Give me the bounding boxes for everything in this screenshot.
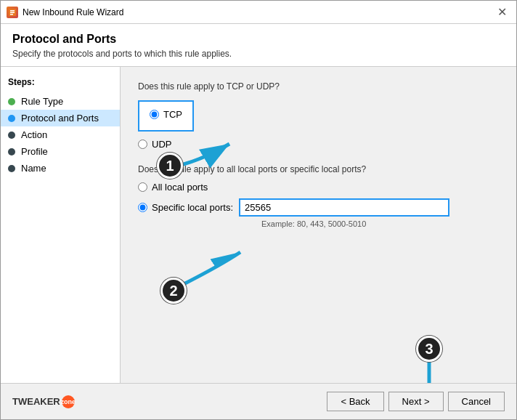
dot-profile bbox=[8, 148, 15, 156]
sidebar-item-protocol[interactable]: Protocol and Ports bbox=[1, 110, 120, 126]
next-button[interactable]: Next > bbox=[388, 392, 444, 411]
footer: TWEAKER zone < Back Next > Cancel bbox=[1, 383, 516, 419]
udp-label[interactable]: UDP bbox=[152, 139, 171, 150]
arrow-3-annotation: 3 bbox=[407, 350, 451, 383]
arrow-3-svg bbox=[407, 350, 451, 383]
title-bar: New Inbound Rule Wizard ✕ bbox=[1, 1, 516, 24]
tcp-radio[interactable] bbox=[150, 110, 159, 119]
footer-buttons: < Back Next > Cancel bbox=[327, 392, 505, 411]
sidebar-item-profile[interactable]: Profile bbox=[1, 143, 120, 160]
tcp-label[interactable]: TCP bbox=[163, 109, 182, 120]
footer-logo: TWEAKER zone bbox=[12, 395, 75, 408]
sidebar-label-action: Action bbox=[21, 129, 47, 140]
window-icon bbox=[7, 7, 18, 18]
tcp-option-box: TCP bbox=[138, 100, 194, 132]
protocol-question: Does this rule apply to TCP or UDP? bbox=[138, 81, 499, 92]
page-header: Protocol and Ports Specify the protocols… bbox=[1, 24, 516, 67]
ports-question: Does this rule apply to all local ports … bbox=[138, 164, 499, 174]
dot-name bbox=[8, 165, 15, 172]
dot-protocol bbox=[8, 115, 15, 122]
tcp-radio-option[interactable]: TCP bbox=[150, 109, 182, 120]
ports-section: Does this rule apply to all local ports … bbox=[138, 164, 499, 228]
all-ports-label[interactable]: All local ports bbox=[152, 182, 208, 193]
circle-3: 3 bbox=[416, 336, 442, 362]
sidebar-item-rule-type[interactable]: Rule Type bbox=[1, 93, 120, 110]
page-title: Protocol and Ports bbox=[12, 33, 505, 46]
sidebar-label-rule-type: Rule Type bbox=[21, 96, 63, 107]
back-button[interactable]: < Back bbox=[327, 392, 383, 411]
window-title: New Inbound Rule Wizard bbox=[23, 7, 493, 17]
circle-2: 2 bbox=[160, 278, 187, 304]
logo-badge: zone bbox=[62, 395, 75, 408]
wizard-window: New Inbound Rule Wizard ✕ Protocol and P… bbox=[0, 0, 517, 420]
specific-ports-label[interactable]: Specific local ports: bbox=[152, 202, 233, 213]
specific-ports-radio[interactable] bbox=[138, 203, 147, 212]
arrow-2-annotation: 2 bbox=[160, 238, 248, 298]
svg-rect-2 bbox=[10, 12, 15, 13]
port-example: Example: 80, 443, 5000-5010 bbox=[261, 219, 499, 228]
sidebar-label-profile: Profile bbox=[21, 146, 48, 157]
dot-action bbox=[8, 132, 15, 139]
sidebar-label-protocol: Protocol and Ports bbox=[21, 113, 99, 124]
sidebar-item-action[interactable]: Action bbox=[1, 126, 120, 143]
sidebar-item-name[interactable]: Name bbox=[1, 160, 120, 177]
port-input-field[interactable] bbox=[239, 198, 449, 217]
page-subtitle: Specify the protocols and ports to which… bbox=[12, 49, 505, 59]
sidebar-title: Steps: bbox=[1, 74, 120, 93]
right-panel: Does this rule apply to TCP or UDP? TCP … bbox=[121, 67, 516, 383]
cancel-button[interactable]: Cancel bbox=[448, 392, 505, 411]
main-content: Steps: Rule Type Protocol and Ports Acti… bbox=[1, 67, 516, 383]
logo-text: TWEAKER bbox=[12, 396, 60, 407]
all-ports-radio[interactable] bbox=[138, 182, 147, 192]
svg-rect-3 bbox=[10, 14, 13, 15]
sidebar: Steps: Rule Type Protocol and Ports Acti… bbox=[1, 67, 121, 383]
udp-radio-option[interactable]: UDP bbox=[138, 139, 499, 150]
svg-rect-1 bbox=[10, 10, 15, 12]
arrow-2-svg bbox=[160, 238, 248, 296]
all-ports-option[interactable]: All local ports bbox=[138, 182, 499, 193]
specific-ports-row: Specific local ports: bbox=[138, 198, 499, 217]
close-button[interactable]: ✕ bbox=[493, 4, 510, 21]
udp-radio[interactable] bbox=[138, 140, 147, 149]
sidebar-label-name: Name bbox=[21, 163, 46, 174]
dot-rule-type bbox=[8, 98, 15, 105]
